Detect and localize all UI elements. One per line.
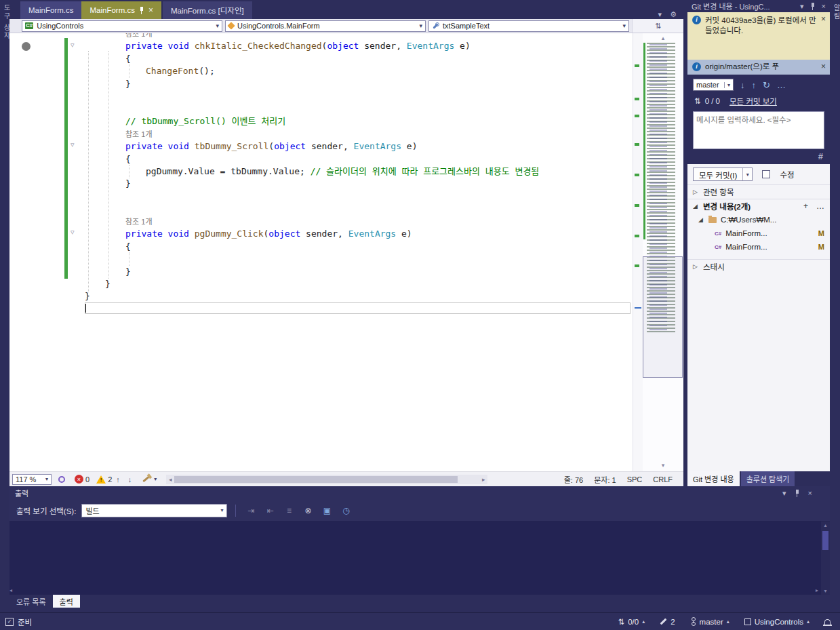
code-line[interactable]: }: [105, 278, 111, 290]
codelens-references[interactable]: 참조 1개: [125, 33, 153, 40]
tab-mainform-cs-active[interactable]: MainForm.cs ×: [81, 1, 161, 19]
push-icon[interactable]: ↑: [752, 80, 757, 90]
tree-collapsed-icon[interactable]: ▷: [693, 189, 699, 195]
next-issue-arrow-icon[interactable]: ↓: [128, 475, 132, 484]
horizontal-scrollbar[interactable]: ◂ ▸: [166, 475, 487, 484]
amend-checkbox[interactable]: [762, 170, 770, 178]
code-line[interactable]: private void chkItalic_CheckedChanged(ob…: [125, 40, 471, 52]
error-count[interactable]: 0: [85, 475, 89, 484]
fetch-refresh-icon[interactable]: ↻: [763, 80, 770, 90]
branch-selector[interactable]: master ▾: [693, 79, 734, 91]
code-line[interactable]: private void pgDummy_Click(object sender…: [125, 228, 412, 240]
view-all-commits-link[interactable]: 모든 커밋 보기: [729, 96, 777, 106]
word-wrap-icon[interactable]: ⇥: [244, 506, 258, 515]
messages-icon[interactable]: ≡: [282, 506, 296, 515]
tab-list-chevron-icon[interactable]: ▾: [658, 10, 662, 19]
outdent-icon[interactable]: ⇤: [263, 506, 277, 515]
pull-icon[interactable]: ↓: [740, 80, 745, 90]
code-line[interactable]: }: [85, 290, 90, 302]
code-cleanup-broom-icon[interactable]: [143, 476, 150, 482]
code-line[interactable]: {: [125, 153, 131, 165]
pin-icon[interactable]: [810, 3, 816, 10]
breakpoint-indicator[interactable]: [22, 42, 31, 51]
close-icon[interactable]: ×: [822, 2, 826, 10]
member-dropdown[interactable]: txtSampleText ▾: [428, 20, 629, 32]
code-editor[interactable]: ▿ ▿ ▿ 참조 1개private void chkItalic_Checke…: [9, 33, 633, 471]
codelens-references[interactable]: 참조 1개: [125, 216, 153, 228]
scrollbar-thumb[interactable]: [822, 531, 828, 550]
zoom-selector[interactable]: 117 % ▾: [12, 474, 52, 485]
collapse-chevron-icon[interactable]: ▿: [71, 140, 75, 149]
scroll-up-icon[interactable]: ▴: [643, 35, 683, 41]
related-items-section[interactable]: ▷ 관련 항목: [687, 185, 830, 199]
chevron-down-icon[interactable]: ▾: [742, 168, 752, 180]
output-source-dropdown[interactable]: 빌드 ▾: [81, 504, 227, 517]
code-line[interactable]: {: [125, 53, 131, 65]
notifications-bell-icon[interactable]: [824, 619, 831, 625]
code-line[interactable]: {: [125, 241, 131, 253]
pin-icon[interactable]: [795, 490, 800, 497]
scroll-right-icon[interactable]: ▸: [816, 587, 818, 593]
code-line[interactable]: }: [125, 78, 131, 90]
changed-file-row[interactable]: C# MainForm... M: [687, 227, 830, 240]
tab-output[interactable]: 출력: [53, 595, 80, 608]
scrollbar-thumb[interactable]: [174, 476, 458, 483]
scroll-down-icon[interactable]: ▾: [643, 462, 683, 469]
more-actions-icon[interactable]: …: [816, 201, 824, 211]
tab-mainform-cs[interactable]: MainForm.cs: [20, 1, 81, 19]
code-line[interactable]: ChangeFont();: [146, 65, 215, 77]
close-icon[interactable]: ×: [821, 62, 826, 72]
tab-mainform-designer[interactable]: MainForm.cs [디자인]: [163, 1, 252, 19]
close-icon[interactable]: ×: [148, 7, 153, 14]
toggle-pane-icon[interactable]: ▣: [320, 506, 334, 515]
code-line[interactable]: pgDummy.Value = tbDummy.Value; // 슬라이더의 …: [146, 165, 539, 178]
eol-indicator[interactable]: CRLF: [653, 475, 673, 484]
pending-edits-button[interactable]: 2: [660, 618, 675, 626]
tab-error-list[interactable]: 오류 목록: [9, 595, 53, 608]
hash-icon[interactable]: #: [818, 151, 823, 161]
prev-issue-arrow-icon[interactable]: ↑: [116, 475, 120, 484]
sync-commits-button[interactable]: ⇅ 0/0 ▴: [618, 617, 645, 627]
chevron-down-icon[interactable]: ▾: [800, 2, 804, 11]
tree-collapsed-icon[interactable]: ▷: [693, 263, 699, 270]
minimap[interactable]: ▴ ▾: [643, 33, 683, 471]
repo-folder-row[interactable]: ◢ C:₩Users₩M...: [687, 213, 830, 227]
scroll-annotation-margin[interactable]: [633, 33, 643, 471]
output-vertical-scrollbar[interactable]: ▴ ▾: [821, 521, 830, 595]
more-actions-icon[interactable]: …: [777, 80, 786, 90]
notifications-tab[interactable]: 알림: [831, 0, 840, 20]
collapse-chevron-icon[interactable]: ▿: [71, 41, 75, 50]
code-line[interactable]: private void tbDummy_Scroll(object sende…: [125, 140, 418, 153]
close-icon[interactable]: ×: [808, 489, 812, 497]
tree-expanded-icon[interactable]: ◢: [698, 216, 704, 223]
stage-all-plus-icon[interactable]: +: [803, 201, 808, 211]
codelens-references[interactable]: 참조 1개: [125, 128, 153, 140]
scroll-left-icon[interactable]: ◂: [166, 476, 174, 483]
stash-section[interactable]: ▷ 스태시: [687, 260, 830, 273]
output-horizontal-scrollbar[interactable]: ◂ ▸: [9, 586, 821, 595]
chevron-down-icon[interactable]: ▾: [154, 476, 157, 482]
commit-message-input[interactable]: [694, 112, 824, 149]
code-line[interactable]: }: [125, 266, 131, 278]
changed-file-row[interactable]: C# MainForm... M: [687, 240, 830, 254]
scroll-left-icon[interactable]: ◂: [9, 587, 12, 593]
current-branch-button[interactable]: master ▴: [690, 617, 729, 626]
close-icon[interactable]: ×: [821, 14, 826, 24]
repository-button[interactable]: UsingControls ▴: [744, 618, 809, 626]
scroll-down-icon[interactable]: ▾: [821, 588, 830, 594]
minimap-viewport[interactable]: [643, 256, 683, 378]
timestamp-icon[interactable]: ◷: [339, 506, 353, 515]
warning-count[interactable]: 2: [108, 475, 112, 484]
clear-all-icon[interactable]: ⊗: [301, 506, 315, 515]
output-content[interactable]: ◂ ▸ ▴ ▾: [9, 521, 830, 595]
type-dropdown[interactable]: UsingControls.MainForm ▾: [225, 20, 426, 32]
chevron-down-icon[interactable]: ▾: [782, 489, 786, 498]
tree-expanded-icon[interactable]: ◢: [693, 203, 699, 210]
scroll-right-icon[interactable]: ▸: [479, 476, 487, 483]
settings-gear-icon[interactable]: ⚙: [670, 10, 677, 19]
tab-solution-explorer[interactable]: 솔루션 탐색기: [741, 471, 795, 486]
document-health-icon[interactable]: [58, 476, 65, 483]
commit-all-button[interactable]: 모두 커밋(I) ▾: [693, 168, 753, 181]
warning-icon[interactable]: !: [96, 475, 106, 484]
collapse-chevron-icon[interactable]: ▿: [71, 228, 75, 237]
